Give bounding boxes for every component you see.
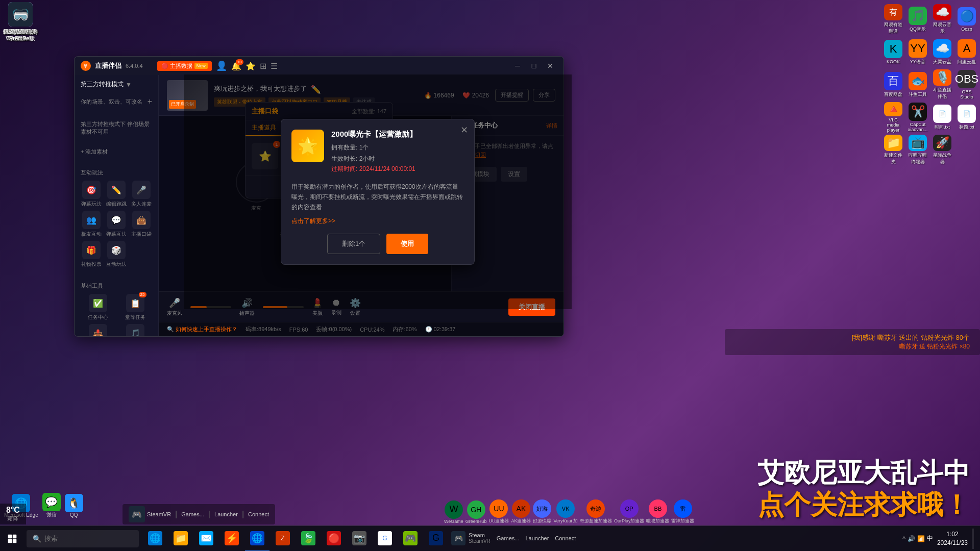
- start-button[interactable]: [0, 526, 24, 552]
- taskbar-mail[interactable]: ✉️: [194, 526, 218, 552]
- maximize-button[interactable]: □: [527, 59, 541, 73]
- icon-txt2[interactable]: 📄 标题.txt: [955, 102, 978, 133]
- modal-close-btn[interactable]: ✕: [460, 124, 468, 136]
- game-icon-greenhub[interactable]: GH GreenHub: [465, 500, 487, 524]
- taskbar-search-box[interactable]: 🔍: [27, 530, 139, 547]
- game-icon-haoyou[interactable]: 好游 好游快爆: [533, 499, 551, 524]
- svg-rect-0: [8, 534, 12, 538]
- game-icon-ourplay[interactable]: OP OurPlay加速器: [614, 499, 645, 524]
- icon-capcut[interactable]: ✂️ CapCut xiaovan...: [906, 102, 929, 133]
- tray-chevron[interactable]: ^: [902, 535, 905, 542]
- taskbar-logitech[interactable]: G: [424, 526, 448, 552]
- help-text[interactable]: 🔍 如何快速上手直播操作？: [167, 325, 237, 333]
- search-input[interactable]: [44, 535, 126, 542]
- icon-wangyi-translate[interactable]: 有 网易有道翻译: [882, 4, 904, 35]
- taskbar-group-games[interactable]: Games...: [494, 526, 523, 552]
- icon-qq-music[interactable]: 🎵 QQ音乐: [906, 4, 929, 35]
- launcher-steam-icon[interactable]: 🎮: [129, 506, 145, 522]
- dock-wechat[interactable]: 💬 微信: [42, 493, 61, 518]
- tool-task-center[interactable]: ✅ 任务中心: [81, 294, 115, 321]
- taskbar-group-connect[interactable]: Connect: [552, 526, 579, 552]
- grid-btn[interactable]: ⊞: [260, 61, 266, 71]
- interaction-multi[interactable]: 🎤 多人连麦: [130, 181, 152, 208]
- use-card-btn[interactable]: 使用: [386, 234, 428, 254]
- interaction-barrage[interactable]: 🎯 弹幕玩法: [81, 181, 103, 208]
- taskbar-group-steam[interactable]: 🎮 Steam SteamVR: [448, 526, 494, 552]
- tray-ime[interactable]: 中: [927, 534, 933, 543]
- icon-new-folder[interactable]: 📁 新建文件夹: [882, 135, 904, 165]
- launcher-games[interactable]: Games...: [181, 511, 204, 517]
- tool-queue-task[interactable]: 📋 25 堂等任务: [118, 294, 152, 321]
- minimize-button[interactable]: ─: [510, 59, 525, 73]
- icon-kook[interactable]: K KOOK: [882, 37, 904, 67]
- icon-steamvr[interactable]: 🥽 SteamVR: [0, 0, 41, 37]
- tray-network[interactable]: 📶: [917, 535, 925, 542]
- show-desktop-btn[interactable]: [972, 529, 974, 549]
- taskbar-camera[interactable]: 📷: [347, 526, 372, 552]
- avatar-btn[interactable]: 👤: [216, 60, 227, 71]
- icon-obs[interactable]: OBS OBS Studio: [955, 69, 978, 100]
- bottom-launcher-bar: 🎮 SteamVR | Games... | Launcher | Connec…: [122, 504, 275, 524]
- star-btn[interactable]: ⭐: [246, 61, 256, 71]
- taskbar-edge[interactable]: 🌐: [143, 526, 167, 552]
- game-icon-uu[interactable]: UU UU速速器: [488, 499, 509, 524]
- interaction-edit[interactable]: ✏️ 编辑跑跳: [106, 181, 128, 208]
- menu-btn[interactable]: ☰: [271, 61, 278, 71]
- icon-txt1[interactable]: 📄 时间.txt: [931, 102, 953, 133]
- mode-selector[interactable]: 第三方转推模式 ▼: [75, 75, 158, 94]
- interaction-gift[interactable]: 🎁 礼物投票: [81, 241, 103, 268]
- taskbar-google[interactable]: G: [373, 526, 397, 552]
- game-icon-lei[interactable]: 雷 雷神加速器: [671, 499, 694, 524]
- interaction-friends[interactable]: 👥 板友互动: [81, 211, 103, 238]
- taskbar-zotero[interactable]: Z: [271, 526, 295, 552]
- tool-warm-push[interactable]: 📤 温柔推: [81, 324, 115, 337]
- taskbar-green[interactable]: 🍃: [296, 526, 321, 552]
- game-icon-verykuai[interactable]: VK VeryKuai 加: [553, 499, 578, 524]
- status-bar: 🔍 如何快速上手直播操作？ 码率:8949kb/s FPS:60 丢帧:0(0.…: [159, 322, 564, 336]
- icon-tianyiyun[interactable]: ☁️ 天翼云盘: [931, 37, 953, 67]
- modal-overlay: ✕ 🌟 2000曝光卡【运营激励】 拥有数量: 1个 生效时长: 2小时 过期时…: [184, 74, 572, 309]
- svg-rect-3: [13, 539, 17, 543]
- interaction-pocket[interactable]: 👜 主播口袋: [130, 211, 152, 238]
- overlay-main-text: 艾欧尼亚大乱斗中 点个关注求求哦！: [725, 457, 980, 520]
- game-icon-qiyou[interactable]: 奇游 奇游超速加速器: [580, 499, 612, 524]
- game-icon-biubiu[interactable]: BB 嗯嗯加速器: [646, 499, 669, 524]
- icon-baidu-pan[interactable]: 百 百度网盘: [882, 69, 904, 100]
- icon-douyu-companion[interactable]: 🎙️ 斗鱼直播伴侣: [931, 69, 953, 100]
- game-icon-ak[interactable]: AK AK速速器: [511, 499, 531, 524]
- dock-qq[interactable]: 🐧 QQ: [65, 494, 83, 518]
- icon-bilibili[interactable]: 📺 哔哩哔哩终端姿: [906, 135, 929, 165]
- add-scene-btn[interactable]: +: [148, 97, 152, 106]
- launcher-launcher[interactable]: Launcher: [214, 511, 238, 517]
- overlay-tip: [我]感谢 嘶苏牙 送出的 钻粉光光炸 80个 嘶苏牙 送 钻粉光光炸 ×80: [725, 329, 980, 355]
- close-button[interactable]: ✕: [543, 59, 557, 73]
- icon-star-wars[interactable]: 🚀 星际战争 姿: [931, 135, 953, 165]
- tool-music[interactable]: 🎵 正版音乐: [118, 324, 152, 337]
- broadcast-data-btn[interactable]: 🔴 主播数据 New: [157, 61, 212, 71]
- taskbar-kuaishou[interactable]: ⚡: [219, 526, 244, 552]
- game-icon-wegame[interactable]: W WeGame: [444, 500, 463, 524]
- card-learn-more-link[interactable]: 点击了解更多>>: [291, 217, 464, 226]
- taskbar-red[interactable]: 🔴: [322, 526, 346, 552]
- clock[interactable]: 1:02 2024/11/23: [937, 530, 968, 547]
- delete-card-btn[interactable]: 删除1个: [327, 234, 380, 254]
- interaction-barrage2[interactable]: 💬 弹幕互法: [106, 211, 128, 238]
- icon-aliyun[interactable]: A 阿里云盘: [955, 37, 978, 67]
- card-expire: 过期时间: 2024/11/24 00:00:01: [331, 165, 464, 173]
- icon-douyu-tool[interactable]: 🐟 斗鱼工具: [906, 69, 929, 100]
- tray-sound[interactable]: 🔊: [908, 535, 915, 542]
- icon-oozp[interactable]: 🔵 Oozp: [955, 4, 978, 35]
- dropped: 丢帧:0(0.00%): [316, 325, 352, 333]
- interaction-title: 互动玩法: [81, 169, 152, 177]
- icon-vlc[interactable]: 🔺 VLC media player: [882, 102, 904, 133]
- interaction-play[interactable]: 🎲 互动玩法: [106, 241, 128, 268]
- taskbar-explorer[interactable]: 📁: [168, 526, 193, 552]
- taskbar-gaming[interactable]: 🎮: [398, 526, 423, 552]
- taskbar-group-launcher[interactable]: Launcher: [522, 526, 552, 552]
- notification-btn[interactable]: 🔔 10: [231, 61, 241, 71]
- icon-netease-music[interactable]: ☁️ 网易云音乐: [931, 4, 953, 35]
- icon-yy[interactable]: YY YY语音: [906, 37, 929, 67]
- taskbar-edge2[interactable]: 🌐: [245, 526, 270, 552]
- launcher-connect[interactable]: Connect: [248, 511, 269, 517]
- toolbar-mic[interactable]: 🎤 麦克风: [167, 297, 182, 317]
